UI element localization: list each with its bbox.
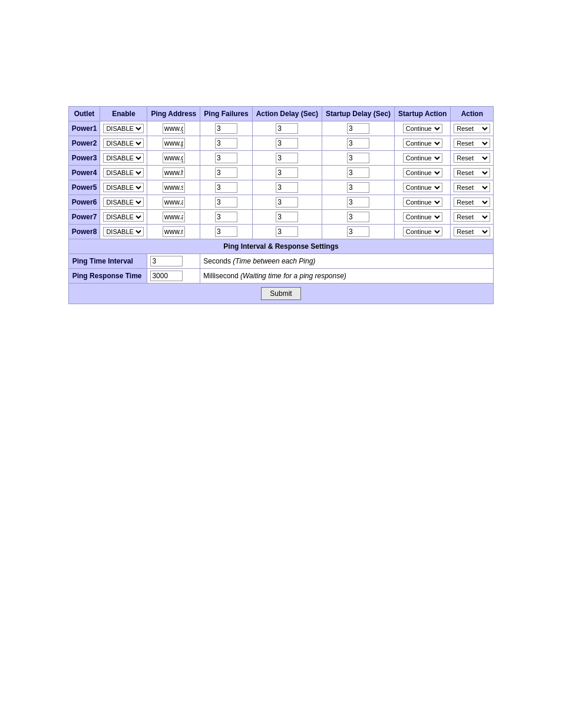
ping-watchdog-table: Outlet Enable Ping Address Ping Failures… [68,106,494,304]
ping-time-interval-row: Ping Time Interval Seconds (Time between… [68,254,494,269]
startup-delay-input-4[interactable] [347,167,369,178]
startup-action-select-1[interactable]: ContinueResetTurn OnTurn Off [403,124,442,133]
startup-delay-cell-5 [322,180,395,195]
ping-response-time-unit: Millisecond [203,272,238,280]
startup-action-cell-7: ContinueResetTurn OnTurn Off [395,210,451,225]
ping-failures-cell-4 [200,166,252,180]
outlet-label-5: Power5 [68,180,100,195]
startup-delay-input-7[interactable] [347,212,369,222]
enable-cell-1: DISABLEENABLE [100,121,147,136]
enable-select-8[interactable]: DISABLEENABLE [103,227,144,236]
startup-action-select-5[interactable]: ContinueResetTurn OnTurn Off [403,183,442,192]
ping-address-input-6[interactable] [163,197,185,207]
startup-delay-input-3[interactable] [347,153,369,163]
action-select-3[interactable]: ResetTurn OnTurn Off [454,153,490,163]
enable-select-7[interactable]: DISABLEENABLE [103,212,144,222]
action-delay-input-8[interactable] [276,226,298,237]
action-delay-cell-2 [252,136,322,151]
action-select-2[interactable]: ResetTurn OnTurn Off [454,139,490,148]
startup-action-cell-4: ContinueResetTurn OnTurn Off [395,166,451,180]
col-header-action: Action [451,107,494,121]
enable-cell-2: DISABLEENABLE [100,136,147,151]
ping-failures-cell-6 [200,195,252,210]
ping-response-time-label: Ping Response Time [68,269,147,284]
action-cell-3: ResetTurn OnTurn Off [451,151,494,166]
ping-failures-cell-8 [200,225,252,239]
action-cell-7: ResetTurn OnTurn Off [451,210,494,225]
ping-address-cell-8 [147,225,200,239]
ping-failures-input-8[interactable] [215,226,237,237]
startup-action-select-2[interactable]: ContinueResetTurn OnTurn Off [403,139,442,148]
action-select-6[interactable]: ResetTurn OnTurn Off [454,197,490,207]
action-delay-input-6[interactable] [276,197,298,207]
enable-select-6[interactable]: DISABLEENABLE [103,197,144,207]
action-delay-input-4[interactable] [276,167,298,178]
ping-address-input-2[interactable] [163,138,185,149]
ping-failures-input-1[interactable] [215,123,237,134]
startup-delay-cell-4 [322,166,395,180]
col-header-startup-delay: Startup Delay (Sec) [322,107,395,121]
action-delay-input-7[interactable] [276,212,298,222]
action-delay-input-5[interactable] [276,182,298,193]
enable-cell-6: DISABLEENABLE [100,195,147,210]
action-delay-input-3[interactable] [276,153,298,163]
ping-address-input-7[interactable] [163,212,185,222]
ping-time-interval-input[interactable] [150,256,183,266]
startup-action-select-3[interactable]: ContinueResetTurn OnTurn Off [403,153,442,163]
ping-failures-input-7[interactable] [215,212,237,222]
startup-delay-input-2[interactable] [347,138,369,149]
action-delay-cell-1 [252,121,322,136]
action-delay-input-1[interactable] [276,123,298,134]
action-delay-cell-6 [252,195,322,210]
action-select-8[interactable]: ResetTurn OnTurn Off [454,227,490,236]
col-header-ping-address: Ping Address [147,107,200,121]
startup-delay-input-1[interactable] [347,123,369,134]
ping-failures-input-2[interactable] [215,138,237,149]
ping-failures-input-5[interactable] [215,182,237,193]
ping-address-input-1[interactable] [163,123,185,134]
outlet-label-4: Power4 [68,166,100,180]
col-header-action-delay: Action Delay (Sec) [252,107,322,121]
ping-address-input-5[interactable] [163,182,185,193]
ping-address-cell-6 [147,195,200,210]
ping-failures-cell-2 [200,136,252,151]
ping-address-input-8[interactable] [163,226,185,237]
startup-action-select-4[interactable]: ContinueResetTurn OnTurn Off [403,168,442,177]
enable-select-2[interactable]: DISABLEENABLE [103,139,144,148]
action-delay-input-2[interactable] [276,138,298,149]
action-delay-cell-4 [252,166,322,180]
action-cell-6: ResetTurn OnTurn Off [451,195,494,210]
action-select-5[interactable]: ResetTurn OnTurn Off [454,183,490,192]
ping-address-cell-1 [147,121,200,136]
startup-action-select-7[interactable]: ContinueResetTurn OnTurn Off [403,212,442,222]
startup-delay-input-6[interactable] [347,197,369,207]
action-select-4[interactable]: ResetTurn OnTurn Off [454,168,490,177]
table-row: Power2DISABLEENABLEContinueResetTurn OnT… [68,136,494,151]
action-select-7[interactable]: ResetTurn OnTurn Off [454,212,490,222]
startup-delay-input-8[interactable] [347,226,369,237]
enable-select-1[interactable]: DISABLEENABLE [103,124,144,133]
enable-select-5[interactable]: DISABLEENABLE [103,183,144,192]
submit-button[interactable]: Submit [261,287,300,300]
ping-response-time-input[interactable] [150,271,183,281]
action-delay-cell-7 [252,210,322,225]
startup-action-cell-1: ContinueResetTurn OnTurn Off [395,121,451,136]
startup-action-select-6[interactable]: ContinueResetTurn OnTurn Off [403,197,442,207]
startup-action-cell-6: ContinueResetTurn OnTurn Off [395,195,451,210]
ping-failures-input-3[interactable] [215,153,237,163]
startup-delay-input-5[interactable] [347,182,369,193]
startup-delay-cell-8 [322,225,395,239]
action-delay-cell-3 [252,151,322,166]
action-select-1[interactable]: ResetTurn OnTurn Off [454,124,490,133]
ping-address-input-3[interactable] [163,153,185,163]
ping-address-input-4[interactable] [163,167,185,178]
ping-failures-input-6[interactable] [215,197,237,207]
table-row: Power8DISABLEENABLEContinueResetTurn OnT… [68,225,494,239]
startup-action-select-8[interactable]: ContinueResetTurn OnTurn Off [403,227,442,236]
enable-select-3[interactable]: DISABLEENABLE [103,153,144,163]
enable-select-4[interactable]: DISABLEENABLE [103,168,144,177]
ping-failures-input-4[interactable] [215,167,237,178]
startup-delay-cell-1 [322,121,395,136]
action-cell-8: ResetTurn OnTurn Off [451,225,494,239]
ping-failures-cell-1 [200,121,252,136]
